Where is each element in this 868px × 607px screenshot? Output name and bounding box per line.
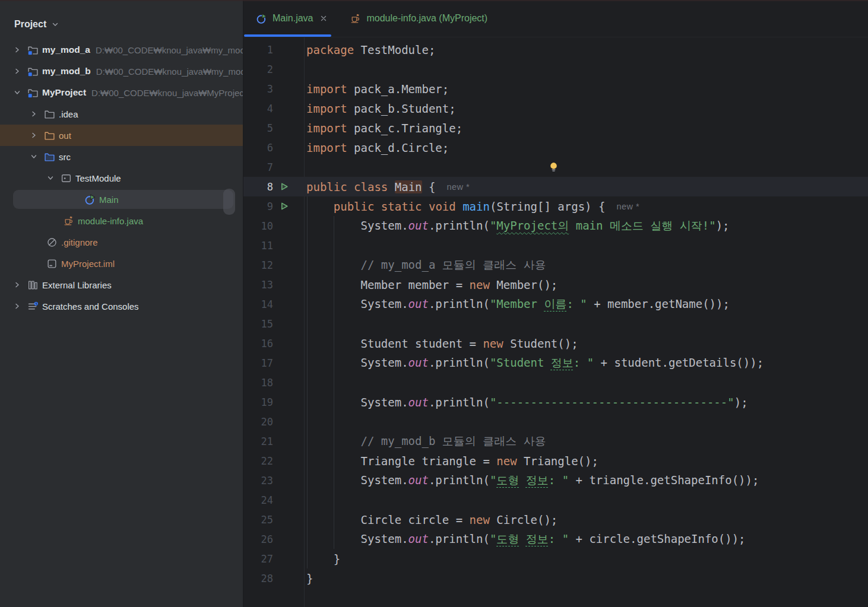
code-token: .println(	[429, 297, 490, 310]
code-line: 20	[243, 412, 868, 431]
tree-item-src[interactable]: src	[0, 146, 243, 167]
code-token: : "	[574, 356, 594, 369]
chevron-right-icon[interactable]	[9, 45, 25, 55]
sidebar-scrollbar-thumb[interactable]	[223, 189, 235, 215]
code-text: package TestModule;	[306, 43, 435, 56]
tree-item-external-libraries[interactable]: External Libraries	[0, 274, 243, 295]
run-class-icon	[82, 194, 97, 205]
tree-item-label: External Libraries	[42, 280, 112, 290]
code-token: System.	[306, 396, 408, 409]
code-token: + member.getName());	[587, 297, 730, 310]
tree-item-testmodule[interactable]: TestModule	[0, 167, 243, 189]
run-gutter-icon[interactable]	[274, 182, 293, 192]
code-token: Circle();	[490, 513, 557, 526]
run-gutter-icon[interactable]	[274, 201, 293, 211]
code-token: out	[408, 297, 429, 310]
line-number: 8	[243, 181, 273, 193]
code-text: System.out.println("도형 정보: " + circle.ge…	[306, 532, 746, 547]
code-token: );	[734, 396, 748, 409]
line-number: 1	[243, 44, 273, 56]
line-number: 10	[243, 220, 273, 232]
code-token: pack_d.Circle;	[347, 141, 449, 154]
chevron-down-icon[interactable]	[9, 88, 25, 97]
tree-item-label: Main	[99, 195, 119, 205]
ide-window: Project my_mod_aD:₩00_CODE₩knou_java₩my_…	[0, 0, 868, 607]
chevron-down-icon[interactable]	[50, 20, 60, 29]
code-token: .println(	[429, 396, 490, 409]
editor-tabs: Main.javamodule-info.java (MyProject)	[243, 0, 868, 37]
code-token: out	[408, 356, 429, 369]
code-line: 15	[243, 314, 868, 333]
code-token: pack_b.Student;	[347, 102, 456, 115]
line-number: 24	[243, 494, 273, 506]
code-token	[422, 200, 429, 213]
code-token: System.	[306, 356, 408, 369]
code-token: pack_c.Triangle;	[347, 122, 462, 135]
close-icon[interactable]	[319, 14, 328, 23]
code-token: main 메소드 실행 시작!"	[569, 219, 715, 232]
code-token: Member();	[490, 278, 557, 291]
code-token: Student();	[503, 337, 578, 350]
tree-item-idea[interactable]: .idea	[0, 103, 243, 125]
code-token	[347, 180, 354, 193]
inlay-hint: new *	[616, 202, 639, 211]
code-token: 정보	[526, 473, 549, 487]
project-tool-window-header[interactable]: Project	[0, 0, 243, 39]
code-text: import pack_c.Triangle;	[306, 122, 462, 135]
code-editor[interactable]: 1package TestModule;23import pack_a.Memb…	[243, 37, 868, 607]
code-token: out	[408, 473, 429, 487]
code-text: Triangle triangle = new Triangle();	[306, 455, 598, 468]
tree-item-path: D:₩00_CODE₩knou_java₩my_mod_b	[96, 66, 243, 77]
code-token: Member member =	[306, 278, 470, 291]
code-token	[519, 473, 525, 487]
line-number: 3	[243, 83, 273, 95]
chevron-down-icon[interactable]	[43, 173, 58, 183]
code-token: .println(	[429, 473, 490, 487]
tree-item-main[interactable]: Main	[0, 189, 243, 210]
code-text: import pack_d.Circle;	[306, 141, 449, 154]
intention-bulb-icon[interactable]	[549, 161, 559, 173]
tree-item-gitignore[interactable]: .gitignore	[0, 231, 243, 253]
window-top-border	[0, 0, 868, 1]
tree-item-myproject[interactable]: MyProjectD:₩00_CODE₩knou_java₩MyProject	[0, 82, 243, 103]
code-token: "	[490, 219, 496, 232]
source-folder-icon	[42, 151, 57, 163]
project-tree: my_mod_aD:₩00_CODE₩knou_java₩my_mod_amy_…	[0, 39, 243, 317]
code-text: import pack_a.Member;	[306, 82, 449, 96]
code-token: new	[470, 278, 490, 291]
code-token: // my_mod_a 모듈의 클래스 사용	[306, 258, 546, 271]
code-line: 4import pack_b.Student;	[243, 98, 868, 118]
code-line: 3import pack_a.Member;	[243, 79, 868, 98]
project-tool-window: Project my_mod_aD:₩00_CODE₩knou_java₩my_…	[0, 0, 243, 607]
chevron-right-icon[interactable]	[9, 66, 25, 76]
chevron-right-icon[interactable]	[26, 109, 42, 119]
code-token: );	[716, 219, 730, 232]
tree-item-label: TestModule	[75, 173, 121, 183]
line-number: 17	[243, 357, 273, 369]
code-line: 23 System.out.println("도형 정보: " + triang…	[243, 471, 868, 490]
folder-icon	[42, 109, 57, 120]
tree-item-my-mod-a[interactable]: my_mod_aD:₩00_CODE₩knou_java₩my_mod_a	[0, 39, 243, 61]
tab-main-java[interactable]: Main.java	[243, 0, 337, 37]
tree-item-myproject-iml[interactable]: MyProject.iml	[0, 253, 243, 274]
code-token: "Student	[490, 356, 551, 369]
tree-item-scratches-and-consoles[interactable]: Scratches and Consoles	[0, 295, 243, 317]
tree-item-module-info-java[interactable]: module-info.java	[0, 210, 243, 231]
code-token: new	[470, 513, 490, 526]
code-token: "	[490, 532, 496, 545]
code-token	[374, 200, 381, 213]
chevron-down-icon[interactable]	[26, 152, 42, 161]
libraries-icon	[25, 279, 40, 291]
code-line: 27 }	[243, 549, 868, 568]
code-line: 24	[243, 490, 868, 510]
tree-item-my-mod-b[interactable]: my_mod_bD:₩00_CODE₩knou_java₩my_mod_b	[0, 61, 243, 82]
chevron-right-icon[interactable]	[9, 280, 25, 290]
tab-module-info-java-myproject[interactable]: module-info.java (MyProject)	[337, 0, 497, 37]
tree-item-out[interactable]: out	[0, 125, 243, 146]
code-token: 도형	[496, 473, 519, 487]
chevron-right-icon[interactable]	[26, 131, 42, 140]
code-token	[456, 200, 462, 213]
code-text: // my_mod_a 모듈의 클래스 사용	[306, 258, 546, 273]
code-text: public static void main(String[] args) {	[306, 200, 605, 213]
chevron-right-icon[interactable]	[9, 301, 25, 311]
